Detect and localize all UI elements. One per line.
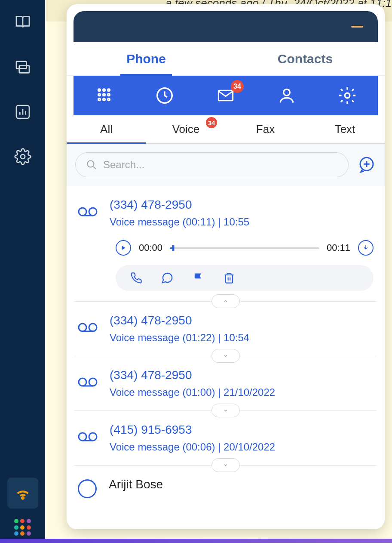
svg-point-24 — [79, 378, 86, 386]
settings-icon[interactable] — [334, 83, 360, 108]
player-section: 00:00 00:11 — [74, 240, 377, 301]
messages-badge: 34 — [231, 80, 244, 93]
svg-point-6 — [103, 89, 105, 91]
message-number: (334) 478-2950 — [110, 314, 374, 327]
player-progress[interactable] — [170, 247, 319, 249]
phone-toolbar: 34 — [74, 76, 378, 115]
expand-chevron-down-icon[interactable] — [211, 404, 240, 417]
nav-analytics-icon[interactable] — [10, 99, 36, 125]
message-meta: Voice message (01:00) | 21/10/2022 — [110, 386, 374, 398]
svg-point-18 — [87, 160, 94, 167]
tab-phone[interactable]: Phone — [67, 42, 226, 75]
voicemail-icon — [78, 321, 98, 333]
svg-point-22 — [79, 324, 86, 331]
svg-point-20 — [79, 208, 86, 216]
svg-point-7 — [107, 89, 110, 91]
svg-point-23 — [89, 324, 97, 331]
bottom-bar — [0, 539, 392, 543]
svg-point-21 — [89, 208, 97, 216]
svg-point-4 — [21, 497, 23, 499]
search-box[interactable] — [75, 152, 349, 177]
voicemail-icon — [78, 376, 98, 388]
download-button[interactable] — [358, 240, 374, 256]
contact-name: Arijit Bose — [109, 478, 374, 491]
svg-point-12 — [103, 99, 105, 101]
contact-avatar-icon — [78, 479, 97, 498]
svg-rect-0 — [16, 62, 26, 69]
nav-settings-icon[interactable] — [10, 144, 36, 170]
recents-icon[interactable] — [152, 83, 178, 108]
contacts-icon[interactable] — [274, 83, 300, 108]
search-input[interactable] — [103, 159, 338, 171]
tab-contacts[interactable]: Contacts — [226, 42, 385, 75]
svg-point-5 — [98, 89, 100, 91]
message-item[interactable]: (334) 478-2950 Voice message (01:22) | 1… — [74, 302, 377, 356]
message-number: (415) 915-6953 — [110, 423, 374, 437]
message-number: (334) 478-2950 — [110, 198, 374, 212]
voicemail-icon — [78, 206, 98, 218]
message-list: (334) 478-2950 Voice message (00:11) | 1… — [67, 186, 385, 529]
messages-icon[interactable]: 34 — [213, 83, 239, 108]
collapse-chevron-up-icon[interactable] — [211, 294, 240, 308]
nav-chat-icon[interactable] — [10, 54, 36, 80]
flag-button[interactable] — [191, 271, 205, 285]
svg-point-10 — [107, 94, 110, 96]
filter-tab-text[interactable]: Text — [305, 115, 385, 143]
expand-chevron-down-icon[interactable] — [211, 458, 240, 472]
svg-point-13 — [107, 99, 110, 101]
svg-point-27 — [89, 433, 97, 441]
delete-button[interactable] — [222, 271, 236, 285]
add-button[interactable] — [357, 155, 376, 174]
text-back-button[interactable] — [160, 271, 174, 285]
main-tabs: Phone Contacts — [67, 42, 385, 76]
message-number: (334) 478-2950 — [110, 368, 374, 382]
message-meta: Voice message (01:22) | 10:54 — [110, 332, 374, 344]
softphone-header — [74, 11, 378, 42]
svg-rect-1 — [19, 66, 29, 73]
search-icon — [86, 159, 97, 170]
filter-tab-fax[interactable]: Fax — [226, 115, 305, 143]
svg-point-3 — [21, 154, 25, 159]
message-item[interactable]: (334) 478-2950 Voice message (01:00) | 2… — [74, 356, 377, 411]
svg-point-11 — [98, 99, 100, 101]
svg-point-26 — [79, 433, 86, 441]
voicemail-icon — [78, 431, 98, 443]
message-action-bar — [116, 265, 374, 291]
message-item[interactable]: (415) 915-6953 Voice message (00:06) | 2… — [74, 411, 377, 466]
play-button[interactable] — [116, 240, 131, 256]
search-row — [67, 144, 385, 186]
svg-point-8 — [98, 94, 100, 96]
filter-tab-voice[interactable]: Voice 34 — [146, 115, 226, 143]
player-current-time: 00:00 — [139, 242, 162, 253]
svg-point-9 — [103, 94, 105, 96]
svg-point-17 — [345, 93, 350, 98]
message-meta: Voice message (00:11) | 10:55 — [110, 216, 374, 228]
svg-point-25 — [89, 378, 97, 386]
minimize-button[interactable] — [351, 26, 363, 28]
wifi-status-button[interactable] — [7, 478, 38, 509]
filter-tabs: All Voice 34 Fax Text — [67, 115, 385, 144]
call-back-button[interactable] — [129, 271, 143, 285]
nav-book-icon[interactable] — [10, 9, 36, 35]
voice-badge: 34 — [206, 117, 217, 128]
apps-grid-button[interactable] — [14, 519, 31, 536]
left-nav-rail — [0, 0, 45, 543]
expand-chevron-down-icon[interactable] — [211, 349, 240, 363]
message-meta: Voice message (00:06) | 20/10/2022 — [110, 441, 374, 453]
svg-point-16 — [283, 89, 290, 96]
softphone-panel: Phone Contacts 34 All Voice 34 — [67, 4, 385, 529]
filter-tab-all[interactable]: All — [67, 115, 146, 143]
dialpad-icon[interactable] — [91, 83, 117, 108]
player-duration: 00:11 — [327, 242, 350, 253]
message-item[interactable]: (334) 478-2950 Voice message (00:11) | 1… — [74, 186, 377, 302]
